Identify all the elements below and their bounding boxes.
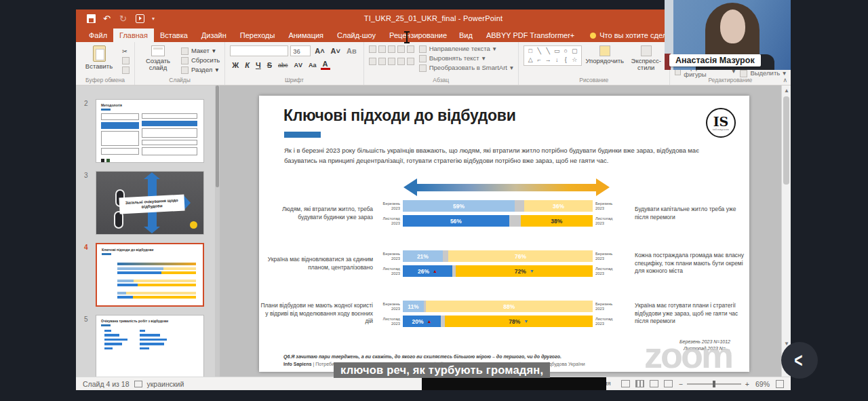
char-spacing-button[interactable]: АV [292, 62, 305, 69]
slide-sorter-view-icon[interactable] [635, 380, 644, 387]
shape-brace-icon[interactable]: { [561, 56, 570, 64]
font-color-button[interactable]: А [321, 60, 330, 70]
zoom-slider-track[interactable] [687, 383, 741, 385]
quick-styles-button[interactable]: Экспресс-стили [628, 45, 665, 72]
thumbnail-slide-2[interactable]: Методологія [96, 99, 204, 163]
thumbnail-slide-3[interactable]: Загальні очікування щодо відбудови [96, 171, 204, 235]
normal-view-icon[interactable] [621, 380, 630, 387]
tab-design[interactable]: Дизайн [195, 28, 233, 42]
tab-slideshow[interactable]: Слайд-шоу [331, 28, 382, 42]
font-size-combo[interactable]: 36 [290, 45, 311, 56]
change-case-button[interactable]: Aa [307, 62, 319, 69]
shape-rect-icon[interactable]: □ [526, 47, 535, 56]
slideshow-view-icon[interactable] [664, 380, 673, 387]
arrange-button[interactable]: Упорядочить [587, 45, 623, 64]
paste-button[interactable]: Вставить [81, 45, 117, 70]
collapse-panel-button[interactable]: < [781, 342, 818, 379]
bold-button[interactable]: Ж [230, 61, 241, 69]
copy-button[interactable] [122, 57, 130, 64]
zoom-level[interactable]: 69% [755, 380, 770, 388]
columns-icon[interactable] [407, 58, 414, 65]
increase-indent-icon[interactable] [397, 45, 405, 53]
section-icon [181, 66, 189, 74]
tab-animations[interactable]: Анимация [282, 28, 330, 42]
tab-abbyy[interactable]: ABBYY PDF Transformer+ [480, 28, 580, 42]
qat-dropdown-icon[interactable]: ▾ [152, 16, 155, 22]
undo-icon[interactable]: ↶ [103, 14, 112, 23]
thumb-title: Методологія [101, 103, 203, 107]
save-icon[interactable] [87, 14, 96, 23]
tab-home[interactable]: Главная [113, 28, 154, 42]
new-slide-button[interactable]: Создать слайд [140, 45, 176, 72]
layout-button[interactable]: Макет ▾ [181, 47, 220, 55]
shapes-gallery[interactable]: □╲╲▭○▢ △⌐→↓{☆ [524, 45, 582, 66]
italic-button[interactable]: К [243, 61, 252, 69]
shape-round-rect-icon[interactable]: ▢ [570, 47, 579, 56]
language-label[interactable]: украинский [147, 380, 184, 388]
bar-line-november: Листопад 2023 20%▲ 78%▼ Листопад 2023 [374, 316, 627, 327]
shape-line-icon[interactable]: ╲ [535, 47, 544, 56]
line-spacing-icon[interactable] [407, 45, 414, 53]
collapse-ribbon-icon[interactable]: ∧ [783, 77, 787, 83]
reset-button[interactable]: Сбросить [181, 57, 220, 64]
reading-view-icon[interactable] [650, 380, 658, 387]
shape-down-arrow-icon[interactable]: ↓ [553, 56, 561, 64]
shadow-button[interactable]: abc [276, 62, 290, 69]
align-left-icon[interactable] [369, 58, 376, 65]
redo-icon[interactable]: ↻ [119, 14, 128, 23]
tab-review[interactable]: Рецензирование [383, 28, 453, 42]
section-button[interactable]: Раздел ▾ [181, 66, 220, 74]
numbering-icon[interactable] [378, 45, 386, 53]
justify-icon[interactable] [397, 58, 405, 65]
scrollbar-thumb[interactable] [783, 96, 789, 185]
thumbnail-scrollbar[interactable] [215, 85, 220, 377]
thumbnail-slide-4-selected[interactable]: Ключові підходи до відбудови [96, 243, 204, 307]
decrease-indent-icon[interactable] [388, 45, 395, 53]
spellcheck-language-icon[interactable] [134, 381, 142, 387]
underline-button[interactable]: Ч [254, 61, 263, 69]
zoom-out-button[interactable]: − [679, 380, 683, 388]
bullets-icon[interactable] [369, 45, 376, 53]
shape-star-icon[interactable]: ☆ [570, 56, 579, 64]
align-right-icon[interactable] [388, 58, 395, 65]
align-center-icon[interactable] [378, 58, 386, 65]
slide-canvas[interactable]: Ключові підходи до відбудови IS infosapi… [259, 96, 749, 372]
text-direction-button[interactable]: Направление текста ▾ [419, 45, 513, 53]
clear-formatting-button[interactable]: Ав [344, 47, 359, 55]
work-area: 2 Методологія 3 [76, 85, 791, 377]
tab-file[interactable]: Файл [83, 28, 113, 42]
thumbnail-scrollbar-thumb[interactable] [216, 85, 219, 187]
shape-rect2-icon[interactable]: ▭ [553, 47, 561, 56]
format-painter-button[interactable] [122, 66, 130, 74]
shape-oval-icon[interactable]: ○ [561, 47, 570, 56]
shrink-font-button[interactable]: А˅ [329, 47, 342, 55]
slideshow-icon[interactable] [136, 14, 144, 23]
period-label: Листопад 2023 [593, 267, 621, 276]
shape-line2-icon[interactable]: ╲ [544, 47, 553, 56]
strikethrough-button[interactable]: S [265, 61, 274, 69]
webcam-video[interactable]: Анастасія Мазурок [665, 0, 791, 70]
arrange-label: Упорядочить [585, 58, 624, 64]
tab-transitions[interactable]: Переходы [234, 28, 281, 42]
shape-arrow-icon[interactable]: → [544, 56, 553, 64]
shape-elbow-icon[interactable]: ⌐ [535, 56, 544, 64]
segment-second: 88% [426, 301, 593, 312]
arrow-body [417, 184, 596, 191]
zoom-in-button[interactable]: + [745, 380, 749, 388]
segment-neutral [509, 215, 521, 227]
thumbnail-slide-5[interactable]: Очікувана тривалість робіт з відбудови [96, 315, 204, 377]
align-text-button[interactable]: Выровнять текст ▾ [419, 55, 513, 62]
tab-insert[interactable]: Вставка [154, 28, 194, 42]
thumb-title: Очікувана тривалість робіт з відбудови [101, 319, 203, 323]
smartart-button[interactable]: Преобразовать в SmartArt ▾ [419, 64, 513, 72]
zoom-slider-thumb[interactable] [713, 381, 715, 387]
slide-scrollbar[interactable]: ▲ ▼ [781, 85, 791, 377]
grow-font-button[interactable]: А˄ [313, 47, 326, 55]
cut-button[interactable]: ✂ [122, 48, 130, 55]
scroll-up-icon[interactable]: ▲ [784, 88, 789, 94]
tab-view[interactable]: Вид [453, 28, 479, 42]
group-label-font: Шрифт [225, 77, 363, 83]
shape-triangle-icon[interactable]: △ [526, 56, 535, 64]
fit-to-window-icon[interactable] [776, 380, 784, 388]
font-name-combo[interactable] [230, 45, 288, 56]
